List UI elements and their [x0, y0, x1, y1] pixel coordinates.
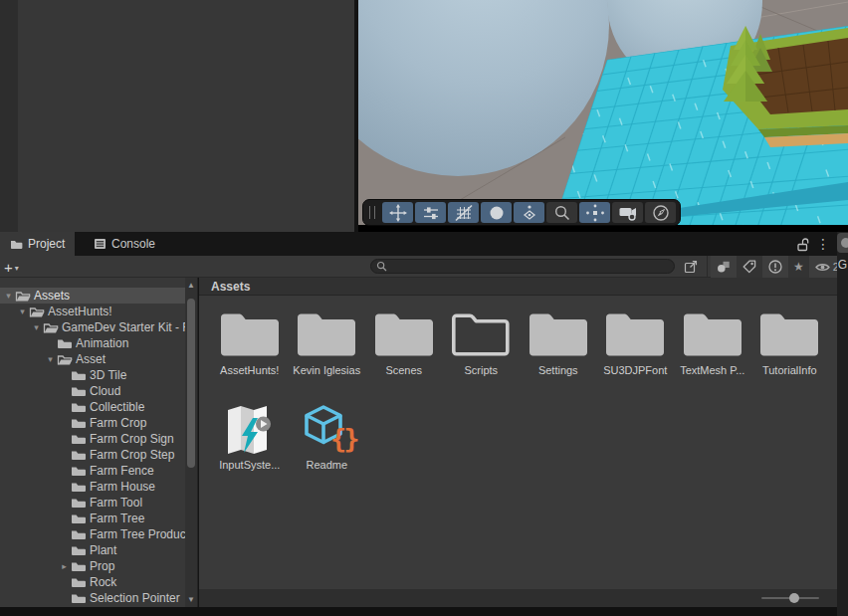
folder-icon — [681, 308, 744, 360]
gizmo-select-button[interactable] — [514, 202, 544, 223]
toolbar-drag-handle[interactable] — [369, 206, 375, 219]
plus-icon: + — [4, 259, 13, 276]
asset-scripts[interactable]: Scripts — [443, 308, 521, 403]
asset-kevin-iglesias[interactable]: Kevin Iglesias — [289, 308, 366, 403]
favorites-star-button[interactable]: ★ — [788, 256, 809, 278]
cutoff-panel-tab[interactable] — [837, 233, 848, 253]
hidden-packages-button[interactable] — [762, 256, 788, 278]
panel-menu-kebab-icon[interactable]: ⋮ — [816, 234, 830, 254]
asset-tutorialinfo[interactable]: TutorialInfo — [751, 308, 829, 403]
slider-thumb[interactable] — [789, 593, 799, 603]
tree-expanded-arrow-icon[interactable]: ▾ — [30, 322, 43, 332]
tree-item-farm-fence[interactable]: Farm Fence — [0, 463, 186, 479]
tree-item-label: Assets — [34, 289, 70, 303]
tree-item-farm-crop-step[interactable]: Farm Crop Step — [0, 447, 186, 463]
tab-label: Console — [111, 237, 155, 251]
asset-scenes[interactable]: Scenes — [365, 308, 443, 403]
create-asset-button[interactable]: + ▾ — [4, 256, 19, 278]
closed-folder-icon — [71, 481, 87, 493]
asset-label: Readme — [306, 459, 347, 471]
asset-label: TextMesh P... — [680, 364, 744, 376]
move-tool-button[interactable] — [382, 202, 413, 223]
tree-item-assets[interactable]: ▾Assets — [0, 288, 186, 304]
tree-item-animation[interactable]: Animation — [0, 335, 186, 351]
folder-empty-icon — [449, 308, 513, 360]
center-pivot-button[interactable] — [579, 202, 610, 223]
tab-label: Project — [28, 237, 65, 251]
tree-item-prop[interactable]: ▸Prop — [0, 558, 186, 574]
compass-button[interactable] — [645, 202, 676, 223]
camera-preview-button[interactable] — [612, 202, 643, 223]
asset-readme[interactable]: {}Readme — [289, 403, 366, 498]
closed-folder-icon — [71, 465, 87, 477]
tree-item-collectible[interactable]: Collectible — [0, 399, 186, 415]
tree-item-label: AssetHunts! — [48, 305, 112, 318]
asset-label: Scenes — [385, 364, 422, 376]
tree-item-gamedev-starter-kit-f[interactable]: ▾GameDev Starter Kit - F — [0, 319, 186, 335]
tree-item-label: Farm Tool — [90, 496, 142, 510]
open-folder-icon — [43, 321, 59, 334]
search-button[interactable] — [546, 202, 577, 223]
tab-console[interactable]: Console — [84, 232, 165, 256]
closed-folder-icon — [71, 528, 87, 540]
tree-item-3d-tile[interactable]: 3D Tile — [0, 367, 186, 383]
open-folder-icon — [15, 290, 31, 303]
filter-by-label-button[interactable] — [737, 256, 762, 278]
closed-folder-icon — [71, 560, 87, 572]
closed-folder-icon — [71, 592, 87, 604]
unlock-icon[interactable] — [795, 237, 811, 256]
tree-item-assethunts[interactable]: ▾AssetHunts! — [0, 304, 186, 319]
closed-folder-icon — [71, 417, 87, 429]
tree-item-farm-tree-product[interactable]: Farm Tree Product — [0, 526, 186, 542]
asset-assethunts[interactable]: AssetHunts! — [211, 308, 289, 403]
filter-by-type-button[interactable] — [711, 256, 737, 278]
tree-item-label: Farm Crop Step — [90, 448, 174, 462]
scrollbar-thumb[interactable] — [187, 299, 195, 468]
scroll-down-arrow-icon[interactable]: ▼ — [185, 595, 197, 604]
tree-collapsed-arrow-icon[interactable]: ▸ — [58, 561, 71, 571]
grid-visibility-button[interactable] — [448, 202, 479, 223]
snap-settings-button[interactable] — [415, 202, 446, 223]
open-in-search-window-button[interactable] — [678, 256, 704, 278]
star-icon: ★ — [793, 261, 804, 273]
scene-3d-content[interactable] — [358, 0, 848, 225]
empty-panel-area — [0, 0, 354, 232]
tree-item-plant[interactable]: Plant — [0, 542, 186, 558]
scroll-up-arrow-icon[interactable]: ▲ — [185, 281, 197, 290]
tree-expanded-arrow-icon[interactable]: ▾ — [2, 291, 15, 301]
tree-item-label: Farm Crop — [90, 416, 146, 430]
unity-editor-window: Project Console ⋮ + ▾ ★22 ▾Assets▾AssetH… — [0, 0, 848, 616]
tree-item-rock[interactable]: Rock — [0, 574, 186, 590]
gizmo-sphere-button[interactable] — [481, 202, 512, 223]
tree-item-farm-crop-sign[interactable]: Farm Crop Sign — [0, 431, 186, 447]
tree-expanded-arrow-icon[interactable]: ▾ — [44, 354, 57, 364]
tree-item-cloud[interactable]: Cloud — [0, 383, 186, 399]
tree-item-farm-tool[interactable]: Farm Tool — [0, 495, 186, 511]
tree-item-label: Animation — [76, 336, 128, 350]
tree-expanded-arrow-icon[interactable]: ▾ — [16, 307, 29, 316]
folder-icon — [218, 308, 282, 360]
current-folder-label: Assets — [211, 280, 250, 294]
tree-scrollbar[interactable]: ▲ ▼ — [185, 278, 197, 607]
closed-folder-icon — [71, 513, 87, 524]
search-input[interactable] — [370, 259, 675, 274]
tree-item-selection-pointer[interactable]: Selection Pointer — [0, 590, 186, 606]
tree-item-farm-crop[interactable]: Farm Crop — [0, 415, 186, 431]
thumbnail-size-slider[interactable] — [761, 597, 819, 599]
closed-folder-icon — [71, 576, 87, 588]
tree-item-farm-tree[interactable]: Farm Tree — [0, 511, 186, 526]
asset-su3djpfont[interactable]: SU3DJPFont — [597, 308, 675, 403]
folder-icon — [295, 308, 358, 360]
tree-item-label: Cloud — [90, 384, 120, 398]
tab-project[interactable]: Project — [0, 232, 75, 256]
inputactions-icon — [218, 403, 282, 455]
tree-item-farm-house[interactable]: Farm House — [0, 479, 186, 495]
open-folder-icon — [57, 353, 73, 366]
asset-settings[interactable]: Settings — [520, 308, 597, 403]
asset-textmesh-p[interactable]: TextMesh P... — [674, 308, 751, 403]
tree-item-asset[interactable]: ▾Asset — [0, 351, 186, 367]
tree-item-label: Plant — [90, 543, 116, 557]
asset-label: InputSyste... — [219, 459, 280, 471]
scene-view[interactable] — [358, 0, 848, 232]
asset-inputsyste[interactable]: InputSyste... — [211, 403, 289, 498]
